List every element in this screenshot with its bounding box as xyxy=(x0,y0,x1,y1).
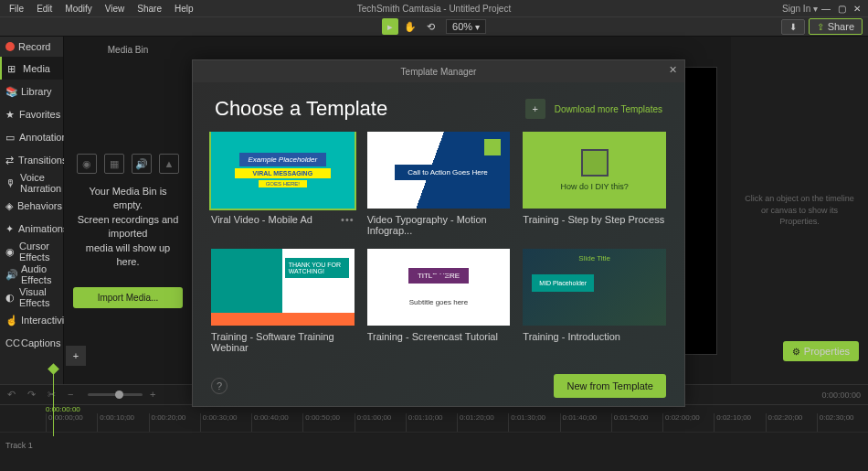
sidebar-item-voice[interactable]: 🎙Voice Narration xyxy=(0,171,63,194)
more-icon[interactable]: ••• xyxy=(341,214,355,225)
sidebar-item-visual[interactable]: ◐Visual Effects xyxy=(0,285,63,308)
ruler-mark: 0:02:10;00 xyxy=(714,413,765,432)
ruler-mark: 0:00:40;00 xyxy=(251,413,302,432)
template-grid: Example Placeholder VIRAL MESSAGING GOES… xyxy=(193,132,684,366)
template-manager-modal: Template Manager ✕ Choose a Template + D… xyxy=(192,59,685,407)
timeline-track[interactable]: Track 1 xyxy=(0,432,868,457)
sound-icon: 🔊 xyxy=(132,154,152,174)
pointer-tool-icon[interactable]: ▸ xyxy=(382,18,398,35)
visual-icon: ◐ xyxy=(5,292,15,303)
sidebar-item-transitions[interactable]: ⇄Transitions xyxy=(0,148,63,171)
zoom-in-icon[interactable]: + xyxy=(150,389,163,401)
zoom-dropdown[interactable]: 60% ▾ xyxy=(446,19,486,34)
modal-close-icon[interactable]: ✕ xyxy=(669,64,677,76)
toolbar: ▸ ✋ ⟲ 60% ▾ xyxy=(0,16,868,37)
record-icon: ◉ xyxy=(77,154,97,174)
sidebar-item-media[interactable]: ⊞Media xyxy=(0,57,63,80)
zoom-out-icon[interactable]: − xyxy=(68,389,80,401)
annotation-icon: ▭ xyxy=(5,132,15,143)
ruler-mark: 0:01:40;00 xyxy=(560,413,611,432)
template-thumbnail: Example Placeholder VIRAL MESSAGING GOES… xyxy=(211,132,355,209)
star-icon: ★ xyxy=(5,109,15,120)
image-icon: ▲ xyxy=(159,154,179,174)
sidebar-item-audio[interactable]: 🔊Audio Effects xyxy=(0,262,63,285)
ruler-mark: 0:02:00;00 xyxy=(662,413,714,432)
ruler-mark: 0:02:30;00 xyxy=(817,413,868,432)
playhead[interactable] xyxy=(53,368,54,436)
signin-button[interactable]: Sign In ▾ xyxy=(782,0,818,16)
template-name: Training - Step by Step Process xyxy=(523,214,664,225)
maximize-icon[interactable]: ▢ xyxy=(838,4,846,14)
template-name: Training - Introduction xyxy=(523,331,620,342)
ruler-mark: 0:00:20;00 xyxy=(149,413,200,432)
film-icon: ▦ xyxy=(104,154,124,174)
ruler-mark: 0:00:10;00 xyxy=(97,413,148,432)
modal-title: Template Manager xyxy=(401,67,477,77)
timeline-ruler[interactable]: 0:00:00;000:00:10;000:00:20;000:00:30;00… xyxy=(0,413,868,432)
cut-icon[interactable]: ✂ xyxy=(48,389,60,401)
add-template-button[interactable]: + xyxy=(525,99,545,119)
redo-icon[interactable]: ↷ xyxy=(27,389,40,401)
mic-icon: 🎙 xyxy=(5,177,16,188)
sidebar-item-captions[interactable]: CCCaptions xyxy=(0,331,63,354)
sidebar-item-annotations[interactable]: ▭Annotations xyxy=(0,125,63,148)
menu-view[interactable]: View xyxy=(100,2,131,16)
modal-heading: Choose a Template xyxy=(215,97,387,121)
ruler-mark: 0:01:20;00 xyxy=(457,413,508,432)
download-button[interactable]: ⬇ xyxy=(781,19,805,35)
menu-file[interactable]: File xyxy=(4,2,29,16)
interact-icon: ☝ xyxy=(5,315,16,326)
sidebar-item-library[interactable]: 📚Library xyxy=(0,80,63,102)
ruler-mark: 0:00:50;00 xyxy=(302,413,354,432)
menu-bar: File Edit Modify View Share Help xyxy=(0,0,868,16)
download-templates-link[interactable]: Download more Templates xyxy=(555,104,662,114)
sidebar-item-animations[interactable]: ✦Animations xyxy=(0,217,63,240)
track-label: Track 1 xyxy=(0,441,46,450)
template-name: Training - Software Training Webinar xyxy=(211,331,355,353)
menu-help[interactable]: Help xyxy=(169,2,199,16)
template-thumbnail: TITLE HERE Subtitle goes here xyxy=(367,249,511,326)
properties-button[interactable]: ⚙ Properties xyxy=(783,341,859,361)
template-card[interactable]: How do I DIY this? Training - Step by St… xyxy=(523,132,666,236)
new-from-template-button[interactable]: New from Template xyxy=(554,374,666,398)
sidebar-item-cursor[interactable]: ◉Cursor Effects xyxy=(0,240,63,262)
ruler-mark: 0:02:20;00 xyxy=(766,413,817,432)
hand-tool-icon[interactable]: ✋ xyxy=(402,18,418,35)
template-thumbnail: How do I DIY this? xyxy=(523,132,666,209)
template-card[interactable]: Call to Action Goes Here Video Typograph… xyxy=(367,132,511,236)
template-card[interactable]: Example Placeholder VIRAL MESSAGING GOES… xyxy=(211,132,355,236)
share-button[interactable]: ⇪ Share xyxy=(809,18,863,35)
menu-edit[interactable]: Edit xyxy=(31,2,58,16)
crop-tool-icon[interactable]: ⟲ xyxy=(422,18,439,35)
sidebar-item-behaviors[interactable]: ◈Behaviors xyxy=(0,194,63,217)
ruler-mark: 0:00:30;00 xyxy=(200,413,251,432)
template-card[interactable]: TITLE HERE Subtitle goes here Training -… xyxy=(367,249,511,353)
close-icon[interactable]: ✕ xyxy=(853,4,861,14)
template-card[interactable]: Slide Title MID Placeholder Training - I… xyxy=(523,249,666,353)
sidebar: Record ⊞Media 📚Library ★Favorites ▭Annot… xyxy=(0,37,64,384)
ruler-mark: 0:01:10;00 xyxy=(406,413,457,432)
template-thumbnail: Call to Action Goes Here xyxy=(367,132,511,209)
transition-icon: ⇄ xyxy=(5,155,14,166)
media-icon: ⊞ xyxy=(7,63,18,74)
menu-modify[interactable]: Modify xyxy=(59,2,97,16)
playhead-time: 0:00:00:00 xyxy=(821,391,861,400)
zoom-slider[interactable] xyxy=(88,393,143,396)
add-panel-button[interactable]: + xyxy=(66,346,86,366)
ruler-mark: 0:01:50;00 xyxy=(611,413,662,432)
import-media-button[interactable]: Import Media... xyxy=(73,287,183,308)
template-name: Video Typography - Motion Infograp... xyxy=(367,214,511,236)
template-card[interactable]: THANK YOU FOR WATCHING! Training - Softw… xyxy=(211,249,355,353)
media-bin-panel: Media Bin ◉ ▦ 🔊 ▲ Your Media Bin is empt… xyxy=(64,37,192,384)
ruler-mark: 0:01:30;00 xyxy=(508,413,559,432)
template-thumbnail: THANK YOU FOR WATCHING! xyxy=(211,249,355,326)
help-icon[interactable]: ? xyxy=(211,378,228,394)
sidebar-item-favorites[interactable]: ★Favorites xyxy=(0,102,63,125)
template-name: Viral Video - Mobile Ad xyxy=(211,214,312,225)
record-button[interactable]: Record xyxy=(0,37,63,57)
library-icon: 📚 xyxy=(5,86,16,97)
minimize-icon[interactable]: — xyxy=(821,4,831,14)
undo-icon[interactable]: ↶ xyxy=(7,389,20,401)
menu-share[interactable]: Share xyxy=(132,2,167,16)
sidebar-item-interactivity[interactable]: ☝Interactivity xyxy=(0,308,63,331)
